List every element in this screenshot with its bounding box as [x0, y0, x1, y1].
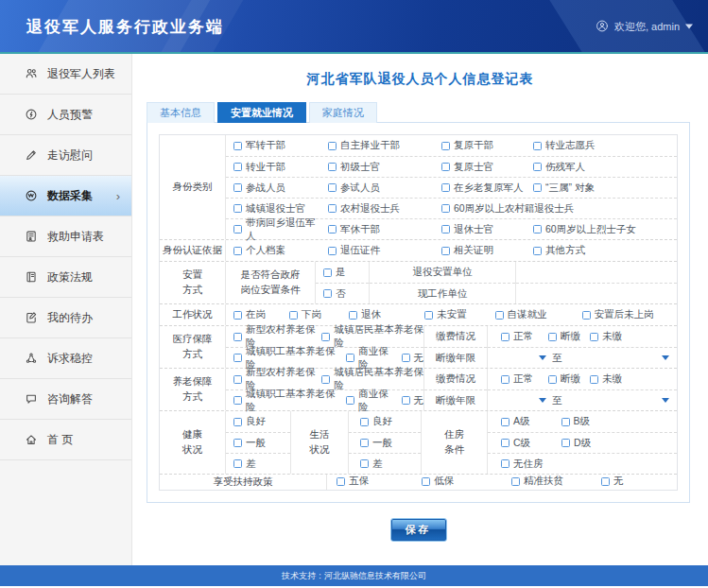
checkbox-icon[interactable]: [441, 204, 450, 213]
checkbox-option[interactable]: 差: [226, 458, 256, 471]
checkbox-icon[interactable]: [402, 354, 410, 362]
checkbox-icon[interactable]: [601, 477, 610, 486]
checkbox-option[interactable]: 无住房: [488, 458, 544, 471]
checkbox-icon[interactable]: [233, 204, 242, 213]
sidebar-item-personnel-warning[interactable]: 人员预警: [0, 95, 131, 135]
checkbox-icon[interactable]: [590, 375, 598, 384]
checkbox-icon[interactable]: [233, 459, 242, 468]
checkbox-icon[interactable]: [233, 375, 242, 384]
checkbox-icon[interactable]: [501, 459, 509, 468]
checkbox-icon[interactable]: [323, 289, 332, 298]
checkbox-option[interactable]: 良好: [226, 415, 266, 428]
checkbox-option[interactable]: 复原士官: [434, 161, 493, 174]
checkbox-option[interactable]: 城镇职工基本养老保险: [226, 388, 341, 414]
year-from-select[interactable]: [497, 398, 546, 403]
checkbox-option[interactable]: 退休: [341, 308, 381, 321]
checkbox-option[interactable]: 初级士官: [320, 161, 380, 174]
checkbox-option[interactable]: C级: [488, 437, 530, 450]
checkbox-icon[interactable]: [501, 418, 509, 426]
sidebar-item-appeal-control[interactable]: 诉求稳控: [0, 338, 131, 379]
checkbox-icon[interactable]: [233, 311, 242, 320]
checkbox-option[interactable]: 转业干部: [226, 161, 285, 174]
checkbox-option[interactable]: B级: [561, 415, 591, 428]
checkbox-icon[interactable]: [561, 418, 570, 426]
checkbox-icon[interactable]: [582, 311, 591, 320]
checkbox-icon[interactable]: [360, 459, 369, 468]
checkbox-icon[interactable]: [402, 396, 410, 405]
checkbox-option[interactable]: 自谋就业: [488, 308, 547, 321]
checkbox-icon[interactable]: [495, 311, 504, 320]
checkbox-icon[interactable]: [533, 142, 542, 150]
checkbox-icon[interactable]: [533, 163, 542, 171]
checkbox-icon[interactable]: [233, 333, 242, 341]
sidebar-item-policy-regulations[interactable]: 政策法规: [0, 257, 131, 298]
checkbox-icon[interactable]: [533, 247, 542, 255]
checkbox-option[interactable]: 参战人员: [226, 182, 285, 195]
checkbox-option[interactable]: 参试人员: [320, 182, 380, 195]
checkbox-option[interactable]: 差: [349, 458, 383, 471]
checkbox-icon[interactable]: [233, 225, 242, 233]
checkbox-icon[interactable]: [441, 183, 450, 192]
checkbox-icon[interactable]: [533, 183, 542, 192]
checkbox-option[interactable]: 其他方式: [526, 244, 585, 257]
checkbox-option[interactable]: 伤残军人: [526, 161, 585, 174]
year-to-select[interactable]: [566, 398, 670, 403]
checkbox-icon[interactable]: [233, 247, 242, 255]
checkbox-option[interactable]: 断缴: [548, 330, 580, 343]
checkbox-icon[interactable]: [441, 163, 450, 171]
checkbox-option[interactable]: 良好: [349, 415, 392, 428]
checkbox-option[interactable]: 60周岁以上农村籍退役士兵: [434, 202, 574, 216]
sidebar-item-my-todo[interactable]: 我的待办: [0, 298, 131, 338]
checkbox-option[interactable]: 正常: [488, 330, 533, 343]
checkbox-icon[interactable]: [233, 418, 242, 426]
checkbox-option[interactable]: 未缴: [590, 372, 622, 386]
checkbox-option[interactable]: 未安置: [417, 308, 467, 321]
current-employer-input[interactable]: [516, 283, 677, 303]
checkbox-option[interactable]: 自主择业干部: [320, 139, 400, 152]
tab-family[interactable]: 家庭情况: [309, 102, 377, 123]
checkbox-option[interactable]: 60周岁以上烈士子女: [526, 223, 636, 236]
checkbox-option[interactable]: 在乡老复原军人: [434, 182, 524, 195]
checkbox-icon[interactable]: [233, 142, 242, 150]
checkbox-option[interactable]: 五保: [327, 475, 369, 488]
checkbox-icon[interactable]: [289, 311, 298, 320]
checkbox-icon[interactable]: [321, 375, 330, 384]
checkbox-option[interactable]: 正常: [488, 372, 533, 386]
checkbox-option[interactable]: 一般: [226, 437, 266, 450]
checkbox-icon[interactable]: [233, 396, 242, 405]
tab-basic-info[interactable]: 基本信息: [147, 102, 215, 123]
checkbox-icon[interactable]: [346, 354, 354, 362]
sidebar-item-home[interactable]: 首 页: [0, 420, 131, 460]
checkbox-option[interactable]: 在岗: [226, 308, 266, 321]
checkbox-option[interactable]: 复原干部: [434, 139, 493, 152]
sidebar-item-veteran-list[interactable]: 退役军人列表: [0, 54, 131, 95]
checkbox-icon[interactable]: [590, 333, 598, 341]
checkbox-icon[interactable]: [561, 439, 570, 447]
checkbox-option[interactable]: 安置后未上岗: [575, 308, 654, 321]
checkbox-icon[interactable]: [233, 354, 242, 362]
checkbox-option[interactable]: 城镇退役士官: [226, 202, 305, 216]
checkbox-option[interactable]: 无: [402, 394, 424, 407]
checkbox-option[interactable]: “三属” 对象: [526, 182, 595, 195]
checkbox-icon[interactable]: [360, 439, 369, 447]
checkbox-option[interactable]: 转业志愿兵: [526, 139, 596, 152]
checkbox-icon[interactable]: [346, 396, 354, 405]
checkbox-option[interactable]: 断缴: [548, 372, 580, 386]
tab-placement-employment[interactable]: 安置就业情况: [217, 102, 306, 123]
checkbox-icon[interactable]: [501, 439, 509, 447]
checkbox-icon[interactable]: [424, 311, 433, 320]
checkbox-option[interactable]: A级: [488, 415, 530, 428]
checkbox-option[interactable]: 军转干部: [226, 139, 285, 152]
user-menu[interactable]: 欢迎您, admin: [596, 19, 693, 33]
checkbox-option[interactable]: 退休士官: [434, 223, 493, 236]
placement-unit-input[interactable]: [516, 262, 677, 283]
checkbox-icon[interactable]: [233, 439, 242, 447]
sidebar-item-consultation[interactable]: 咨询解答: [0, 379, 131, 420]
checkbox-option[interactable]: 退伍证件: [320, 244, 380, 257]
checkbox-option[interactable]: 是: [316, 266, 346, 279]
checkbox-icon[interactable]: [328, 163, 337, 171]
sidebar-item-visit-condolence[interactable]: 走访慰问: [0, 135, 131, 176]
checkbox-icon[interactable]: [328, 142, 337, 150]
checkbox-icon[interactable]: [533, 225, 542, 233]
checkbox-option[interactable]: D级: [561, 437, 591, 450]
